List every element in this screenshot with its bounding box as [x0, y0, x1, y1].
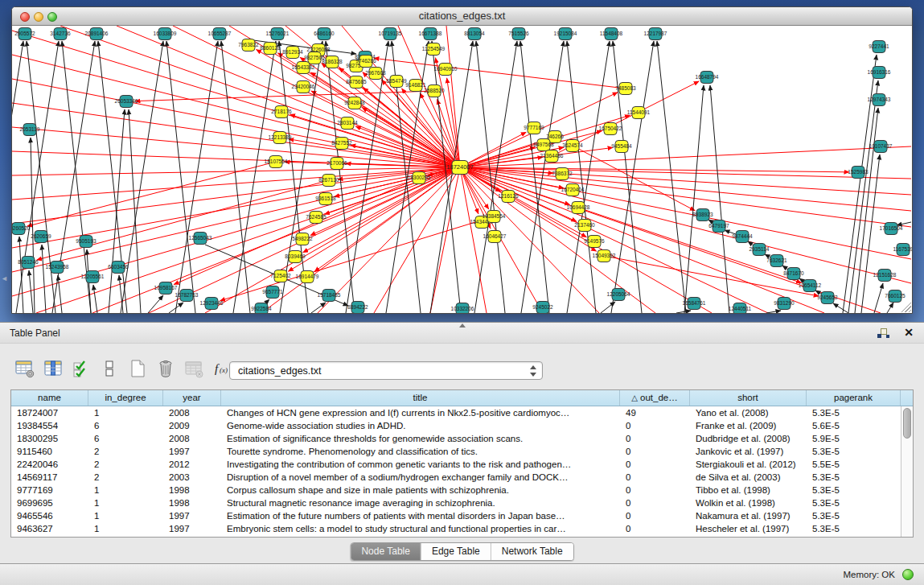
table-cell[interactable]: 18300295: [11, 432, 88, 445]
table-selector-dropdown[interactable]: citations_edges.txt: [229, 361, 543, 380]
table-row[interactable]: 1872400712008Changes of HCN gene express…: [11, 406, 913, 419]
table-cell[interactable]: 2: [88, 445, 163, 458]
table-cell[interactable]: Corpus callosum shape and size in male p…: [221, 484, 620, 496]
table-row[interactable]: 977716911998Corpus callosum shape and si…: [11, 484, 913, 496]
column-header-title[interactable]: title: [221, 390, 620, 406]
table-cell[interactable]: 18724007: [11, 406, 88, 419]
table-cell[interactable]: 6: [88, 432, 163, 445]
table-row[interactable]: 946554611997Estimation of the future num…: [11, 509, 913, 522]
tab-node-table[interactable]: Node Table: [351, 543, 421, 560]
table-cell[interactable]: 9463627: [11, 522, 88, 535]
table-cell[interactable]: 5.3E-5: [807, 445, 901, 458]
table-cell[interactable]: Disruption of a novel member of a sodium…: [221, 471, 620, 484]
table-cell[interactable]: Estimation of significance thresholds fo…: [221, 432, 620, 445]
table-cell[interactable]: 1: [88, 406, 163, 419]
table-cell[interactable]: Tourette syndrome. Phenomenology and cla…: [221, 445, 620, 458]
table-cell[interactable]: Yano et al. (2008): [690, 406, 807, 419]
network-graph[interactable]: 2905572314273620891406160338091065528715…: [12, 26, 912, 313]
table-cell[interactable]: 0: [620, 522, 690, 535]
table-cell[interactable]: 0: [620, 445, 690, 458]
table-cell[interactable]: Genome-wide association studies in ADHD.: [221, 419, 620, 432]
table-cell[interactable]: 1997: [163, 522, 221, 535]
table-cell[interactable]: 49: [620, 406, 690, 419]
network-window-titlebar[interactable]: citations_edges.txt: [12, 7, 912, 26]
table-cell[interactable]: 1998: [163, 484, 221, 496]
panel-collapse-arrow-icon[interactable]: ◄: [1, 274, 8, 282]
table-cell[interactable]: 1: [88, 484, 163, 496]
table-cell[interactable]: 1998: [163, 496, 221, 509]
table-cell[interactable]: 5.3E-5: [807, 496, 901, 509]
table-cell[interactable]: 0: [620, 471, 690, 484]
table-cell[interactable]: 0: [620, 458, 690, 471]
tab-network-table[interactable]: Network Table: [491, 543, 573, 560]
column-header-name[interactable]: name: [11, 390, 88, 406]
table-cell[interactable]: 0: [620, 419, 690, 432]
table-row[interactable]: 946362711997Embryonic stem cells: a mode…: [11, 522, 913, 535]
table-row[interactable]: 1830029562008Estimation of significance …: [11, 432, 913, 445]
delete-column-icon[interactable]: [155, 358, 176, 379]
table-cell[interactable]: Jankovic et al. (1997): [690, 445, 807, 458]
table-cell[interactable]: Franke et al. (2009): [690, 419, 807, 432]
table-cell[interactable]: 6: [88, 419, 163, 432]
table-cell[interactable]: Structural magnetic resonance image aver…: [221, 496, 620, 509]
table-row[interactable]: 1456911722003Disruption of a novel membe…: [11, 471, 913, 484]
table-cell[interactable]: 0: [620, 484, 690, 496]
table-cell[interactable]: 5.6E-5: [807, 419, 901, 432]
table-cell[interactable]: Stergiakouli et al. (2012): [690, 458, 807, 471]
table-cell[interactable]: 1997: [163, 509, 221, 522]
new-column-icon[interactable]: [127, 358, 148, 379]
table-cell[interactable]: 5.3E-5: [807, 509, 901, 522]
scrollbar-thumb[interactable]: [903, 408, 911, 439]
column-header-short[interactable]: short: [690, 390, 807, 406]
table-cell[interactable]: de Silva et al. (2003): [690, 471, 807, 484]
table-cell[interactable]: 2008: [163, 406, 221, 419]
column-header-pagerank[interactable]: pagerank: [807, 390, 901, 406]
table-cell[interactable]: 19384554: [11, 419, 88, 432]
table-cell[interactable]: 14569117: [11, 471, 88, 484]
table-cell[interactable]: 2003: [163, 471, 221, 484]
table-cell[interactable]: Wolkin et al. (1998): [690, 496, 807, 509]
table-cell[interactable]: 5.3E-5: [807, 484, 901, 496]
table-cell[interactable]: 2008: [163, 432, 221, 445]
table-cell[interactable]: 0: [620, 509, 690, 522]
table-cell[interactable]: 5.3E-5: [807, 406, 901, 419]
select-all-icon[interactable]: [71, 358, 92, 379]
table-cell[interactable]: Changes of HCN gene expression and I(f) …: [221, 406, 620, 419]
column-header-in_degree[interactable]: in_degree: [88, 390, 163, 406]
table-cell[interactable]: 2009: [163, 419, 221, 432]
table-cell[interactable]: Hescheler et al. (1997): [690, 522, 807, 535]
table-row[interactable]: 1938455462009Genome-wide association stu…: [11, 419, 913, 432]
table-cell[interactable]: 0: [620, 432, 690, 445]
network-canvas[interactable]: 2905572314273620891406160338091065528715…: [12, 26, 912, 313]
table-row[interactable]: 911546021997Tourette syndrome. Phenomeno…: [11, 445, 913, 458]
table-cell[interactable]: 9699695: [11, 496, 88, 509]
table-cell[interactable]: 5.3E-5: [807, 471, 901, 484]
close-panel-icon[interactable]: ✕: [904, 326, 914, 339]
table-cell[interactable]: Embryonic stem cells: a model to study s…: [221, 522, 620, 535]
table-cell[interactable]: 0: [620, 496, 690, 509]
table-cell[interactable]: 1: [88, 496, 163, 509]
table-row[interactable]: 969969511998Structural magnetic resonanc…: [11, 496, 913, 509]
table-cell[interactable]: 5.5E-5: [807, 458, 901, 471]
column-header-out_de[interactable]: △out_de…: [620, 390, 690, 406]
table-cell[interactable]: 1: [88, 522, 163, 535]
table-cell[interactable]: 22420046: [11, 458, 88, 471]
table-cell[interactable]: Dudbridge et al. (2008): [690, 432, 807, 445]
table-row[interactable]: 2242004622012Investigating the contribut…: [11, 458, 913, 471]
table-cell[interactable]: 9115460: [11, 445, 88, 458]
table-cell[interactable]: 2: [88, 471, 163, 484]
table-cell[interactable]: Estimation of the future numbers of pati…: [221, 509, 620, 522]
table-cell[interactable]: 9465546: [11, 509, 88, 522]
split-pane-handle-icon[interactable]: [459, 323, 466, 328]
table-cell[interactable]: Tibbo et al. (1998): [690, 484, 807, 496]
network-window[interactable]: citations_edges.txt 29055723142736208914…: [11, 6, 913, 314]
tab-edge-table[interactable]: Edge Table: [421, 543, 491, 560]
table-cell[interactable]: 2: [88, 458, 163, 471]
table-cell[interactable]: Nakamura et al. (1997): [690, 509, 807, 522]
float-panel-icon[interactable]: [877, 328, 890, 339]
column-header-year[interactable]: year: [163, 390, 221, 406]
table-cell[interactable]: 1: [88, 509, 163, 522]
table-cell[interactable]: 9777169: [11, 484, 88, 496]
delete-table-icon[interactable]: [183, 358, 204, 379]
vertical-scrollbar[interactable]: [901, 406, 913, 537]
